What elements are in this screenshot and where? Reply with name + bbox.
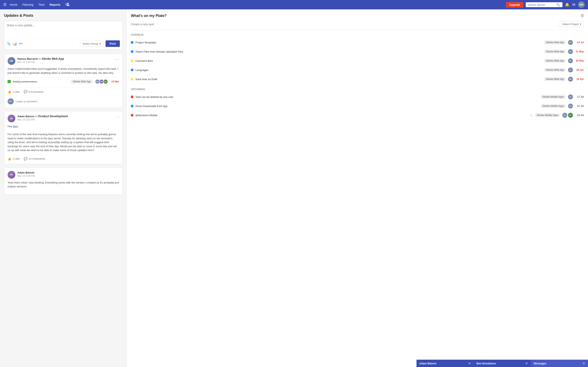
nav-time[interactable]: Time bbox=[38, 3, 45, 6]
hamburger-icon[interactable]: ☰ bbox=[3, 2, 7, 7]
comment-button[interactable]: 💬 13 Comments bbox=[24, 157, 45, 161]
overdue-section-label: Overdue bbox=[131, 33, 584, 36]
table-row: Comment likes Slenke Web App AB 30 May bbox=[131, 56, 584, 66]
update-toolbar: 📎 📊 ≡+ Select Group ▾ Post bbox=[7, 38, 120, 47]
post-header: HW Hamza Warraich in Slenke Web App Mar … bbox=[8, 57, 119, 65]
filter-icon[interactable]: ☰ bbox=[581, 13, 584, 18]
mail-icon[interactable]: ✉ bbox=[572, 2, 575, 7]
like-button[interactable]: 👍 1 Like bbox=[8, 157, 20, 161]
update-textarea[interactable] bbox=[7, 24, 120, 36]
add-user-icon[interactable] bbox=[65, 2, 70, 8]
post-header: AB Adam Batson in Product Development Ma… bbox=[8, 115, 119, 122]
post-actions: 👍 1 Like 💬 0 Comments bbox=[8, 88, 119, 94]
mention-link[interactable]: Ben bbox=[13, 125, 18, 128]
task-assignee-avatar: AB bbox=[568, 58, 573, 63]
chevron-down-icon: ▾ bbox=[580, 23, 581, 26]
task-assignee-avatar-2: BD bbox=[568, 113, 573, 118]
attachment-color-tag bbox=[8, 80, 11, 83]
comment-content: Yeah that's what I was thinking. Everyth… bbox=[8, 181, 119, 189]
task-color-indicator bbox=[131, 41, 133, 44]
task-assignee-avatar: AB bbox=[568, 94, 573, 99]
task-name: Save time as Draft bbox=[135, 78, 542, 81]
chat-bar-ben[interactable]: Ben Donaldson ✕ bbox=[474, 360, 531, 367]
table-row: Attach Files from Already Uploaded Files… bbox=[131, 47, 584, 56]
task-name: Attach Files from Already Uploaded Files bbox=[135, 50, 542, 53]
upcoming-section-label: Upcoming bbox=[131, 88, 584, 91]
like-icon: 👍 bbox=[8, 157, 11, 161]
nav-home[interactable]: Home bbox=[10, 3, 17, 6]
left-panel: Updates & Posts 📎 📊 ≡+ Select Group ▾ Po… bbox=[0, 9, 127, 367]
post-button[interactable]: Post bbox=[105, 40, 120, 47]
chat-bars: Adam Batson ✕ Ben Donaldson ✕ Messages ✕ bbox=[416, 360, 588, 367]
plate-title: What's on my Plate? bbox=[131, 14, 167, 18]
task-date: 30 Apr bbox=[575, 68, 584, 71]
attach-icon[interactable]: 📎 bbox=[7, 42, 11, 46]
like-icon: 👍 bbox=[8, 90, 11, 94]
task-date: 19 Apr bbox=[575, 78, 584, 81]
bell-icon[interactable]: 🔔 bbox=[565, 2, 570, 7]
main-content: Updates & Posts 📎 📊 ≡+ Select Group ▾ Po… bbox=[0, 9, 588, 367]
task-name: Languages bbox=[135, 68, 542, 72]
task-project-badge: Slenke Mobile Apps bbox=[540, 95, 566, 99]
post-author: Hamza Warraich bbox=[17, 57, 38, 60]
post-project: Product Development bbox=[38, 115, 68, 118]
attachment-avatars: HW AB BD bbox=[95, 79, 108, 84]
list-icon[interactable]: ≡+ bbox=[19, 42, 23, 45]
nav-reports[interactable]: Reports bbox=[49, 3, 60, 6]
chat-bar-adam[interactable]: Adam Batson ✕ bbox=[416, 360, 474, 367]
select-group-dropdown[interactable]: Select Group ▾ bbox=[80, 41, 104, 47]
close-icon[interactable]: ✕ bbox=[582, 361, 585, 365]
upgrade-button[interactable]: Upgrade bbox=[506, 2, 523, 8]
task-date: 24 Jul bbox=[575, 114, 584, 117]
commenter-avatar: HW bbox=[8, 98, 14, 104]
user-avatar[interactable]: HW bbox=[578, 1, 585, 8]
post-card: AB Adam Batson in Product Development Ma… bbox=[4, 111, 122, 164]
overdue-task-list: Project Templates Slenke Web App HW 14 J… bbox=[131, 38, 584, 84]
post-menu-icon[interactable]: ⋯ bbox=[115, 115, 119, 119]
task-date: 14 Jul bbox=[575, 41, 584, 44]
right-header: What's on my Plate? ☰ bbox=[131, 13, 584, 18]
close-icon[interactable]: ✕ bbox=[468, 361, 471, 365]
chat-bar-messages[interactable]: Messages ✕ bbox=[531, 360, 588, 367]
task-color-indicator bbox=[131, 50, 133, 53]
upcoming-task-list: Task can be deleted by any user Slenke M… bbox=[131, 92, 584, 120]
task-project-badge: Slenke Mobile Apps bbox=[535, 113, 560, 117]
post-author: Adam Batson bbox=[17, 171, 35, 174]
task-create-row: Select Project ▾ bbox=[131, 21, 584, 30]
avatar: BD bbox=[103, 79, 108, 84]
nav-planning[interactable]: Planning bbox=[22, 3, 34, 6]
table-row: Direct Downloads from App Slenke Mobile … bbox=[131, 101, 584, 111]
chart-icon[interactable]: 📊 bbox=[13, 42, 17, 46]
post-content: Hey Ben,For some of the new time trackin… bbox=[8, 124, 119, 152]
create-task-input[interactable] bbox=[131, 23, 558, 26]
task-project-badge: Slenke Web App bbox=[544, 77, 566, 81]
comment-button[interactable]: 💬 0 Comments bbox=[24, 90, 44, 94]
post-header: AB Adam Batson Mar 14 3:09 PM bbox=[8, 171, 119, 179]
comment-box: HW bbox=[8, 96, 119, 104]
attachment-project-badge: Slenke Web App bbox=[71, 80, 93, 83]
attachment-date: 16 Mar bbox=[111, 80, 119, 83]
task-date: 21 Jul bbox=[575, 105, 584, 108]
chat-bar-name: Messages bbox=[534, 362, 582, 365]
post-author-line: Adam Batson in Product Development bbox=[17, 115, 115, 118]
close-icon[interactable]: ✕ bbox=[525, 361, 528, 365]
table-row: Languages Slenke Web App AB 30 Apr bbox=[131, 66, 584, 75]
like-button[interactable]: 👍 1 Like bbox=[8, 90, 20, 94]
post-attachment: Notify() performance Slenke Web App HW A… bbox=[8, 77, 119, 86]
comment-input[interactable] bbox=[16, 100, 119, 103]
post-meta: Adam Batson Mar 14 3:09 PM bbox=[17, 171, 119, 177]
task-color-indicator bbox=[131, 105, 133, 107]
task-project-badge: Slenke Mobile Apps bbox=[540, 104, 566, 108]
task-name: Comment likes bbox=[135, 59, 542, 62]
post-menu-icon[interactable]: ⋯ bbox=[115, 57, 119, 62]
nav-icon-group: 🔔 ✉ HW bbox=[565, 1, 585, 8]
select-project-label: Select Project bbox=[562, 23, 579, 26]
warning-icon: ⚠ bbox=[530, 114, 533, 117]
search-input[interactable] bbox=[528, 3, 556, 6]
comment-icon: 💬 bbox=[24, 157, 27, 161]
select-project-dropdown[interactable]: Select Project ▾ bbox=[560, 21, 584, 27]
updates-title: Updates & Posts bbox=[4, 13, 122, 18]
task-project-badge: Slenke Web App bbox=[544, 50, 566, 54]
chat-bar-name: Adam Batson bbox=[419, 362, 468, 365]
task-name: @Mentions Mobile bbox=[135, 114, 528, 117]
